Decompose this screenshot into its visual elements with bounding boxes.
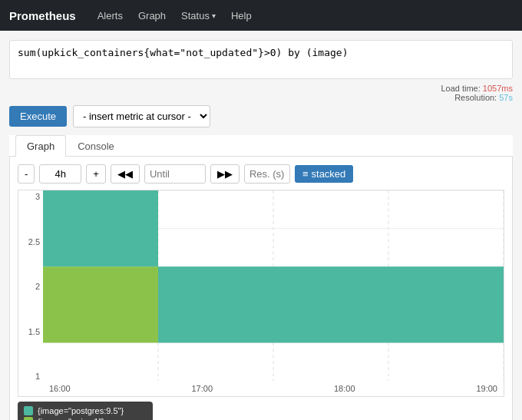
x-axis: 16:00 17:00 18:00 19:00 xyxy=(43,381,504,396)
tabs: Graph Console xyxy=(9,135,513,157)
until-input[interactable] xyxy=(144,164,206,184)
stacked-button[interactable]: ≡ stacked xyxy=(295,165,353,183)
nav-status[interactable]: Status ▾ xyxy=(175,7,222,25)
resolution-value: 57s xyxy=(499,93,513,102)
query-area: sum(upkick_containers{what="not_updated"… xyxy=(9,40,513,79)
app-brand: Prometheus xyxy=(9,9,76,22)
metric-select-wrapper: - insert metric at cursor - xyxy=(73,105,210,127)
chart-container: 3 2.5 2 1.5 1 xyxy=(18,190,504,397)
zoom-out-button[interactable]: - xyxy=(18,164,35,184)
svg-rect-12 xyxy=(388,266,504,342)
x-label-19: 19:00 xyxy=(476,384,497,393)
legend-color-postgres xyxy=(24,406,33,415)
legend-item-postgres: {image="postgres:9.5"} xyxy=(24,406,147,415)
metric-select[interactable]: - insert metric at cursor - xyxy=(74,106,210,127)
navbar: Prometheus Alerts Graph Status ▾ Help xyxy=(0,0,522,31)
rewind-button[interactable]: ◀◀ xyxy=(111,164,140,184)
execute-row: Execute - insert metric at cursor - xyxy=(9,105,513,127)
svg-rect-11 xyxy=(158,266,388,342)
main-content: sum(upkick_containers{what="not_updated"… xyxy=(0,31,522,420)
legend-label-nginx: {image="nginx:1"} xyxy=(38,417,104,420)
y-label-1: 1 xyxy=(35,372,40,381)
legend-color-nginx xyxy=(24,417,33,420)
nav-links: Alerts Graph Status ▾ Help xyxy=(91,7,258,25)
forward-button[interactable]: ▶▶ xyxy=(210,164,240,184)
y-label-3: 3 xyxy=(35,192,40,201)
resolution-input[interactable] xyxy=(244,164,290,184)
query-input[interactable]: sum(upkick_containers{what="not_updated"… xyxy=(12,42,510,74)
graph-panel: - + ◀◀ ▶▶ ≡ stacked 3 2.5 2 1.5 1 xyxy=(9,157,513,420)
tab-graph[interactable]: Graph xyxy=(15,135,66,157)
legend-item-nginx: {image="nginx:1"} xyxy=(24,417,147,420)
tab-console[interactable]: Console xyxy=(66,135,126,157)
time-range-input[interactable] xyxy=(39,164,81,184)
y-label-2-5: 2.5 xyxy=(28,237,40,246)
resolution-label: Resolution: xyxy=(454,93,497,102)
chevron-down-icon: ▾ xyxy=(212,12,216,20)
nav-alerts[interactable]: Alerts xyxy=(91,7,129,25)
load-time-label: Load time: xyxy=(441,84,480,93)
load-time-value: 1057ms xyxy=(483,84,513,93)
legend: {image="postgres:9.5"} {image="nginx:1"}… xyxy=(18,402,153,420)
y-axis: 3 2.5 2 1.5 1 xyxy=(18,190,43,381)
execute-button[interactable]: Execute xyxy=(9,106,67,127)
nav-help[interactable]: Help xyxy=(225,7,258,25)
x-label-18: 18:00 xyxy=(334,384,355,393)
meta-info: Load time: 1057ms Resolution: 57s xyxy=(9,84,513,102)
controls-row: - + ◀◀ ▶▶ ≡ stacked xyxy=(18,164,504,184)
chart-svg xyxy=(43,190,504,381)
svg-rect-9 xyxy=(43,266,158,342)
chart-area xyxy=(43,190,504,381)
zoom-in-button[interactable]: + xyxy=(86,164,106,184)
legend-label-postgres: {image="postgres:9.5"} xyxy=(38,406,124,415)
stacked-icon: ≡ xyxy=(302,168,309,180)
y-label-2: 2 xyxy=(35,282,40,291)
svg-rect-10 xyxy=(43,190,158,266)
y-label-1-5: 1.5 xyxy=(28,327,40,336)
x-label-17: 17:00 xyxy=(191,384,213,393)
nav-graph[interactable]: Graph xyxy=(132,7,172,25)
x-label-16: 16:00 xyxy=(49,384,71,393)
